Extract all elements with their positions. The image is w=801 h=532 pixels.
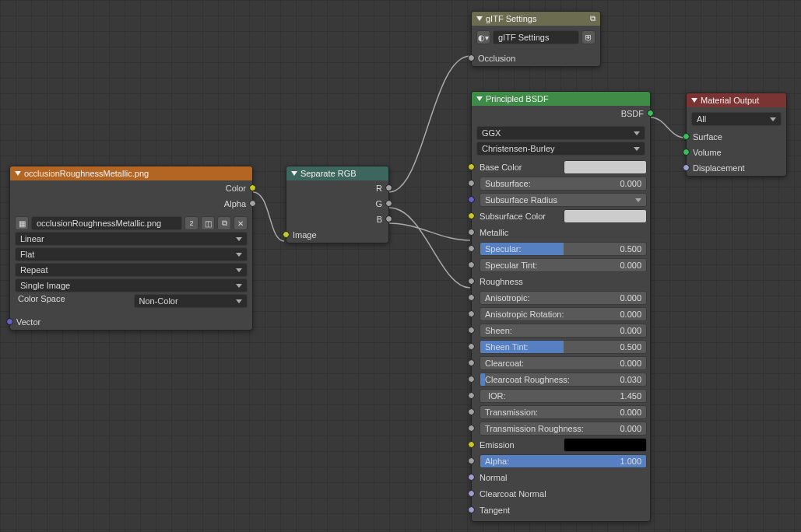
input-ior[interactable]: IOR:1.450 xyxy=(472,388,650,404)
emission-color-swatch[interactable] xyxy=(564,438,648,452)
node-header[interactable]: gITF Settings ⧉ xyxy=(472,12,600,26)
color-space-dropdown[interactable]: Non-Color xyxy=(134,294,248,308)
input-subsurface-color[interactable]: Subsurface Color xyxy=(472,208,650,224)
target-dropdown[interactable]: All xyxy=(691,112,782,126)
node-header[interactable]: Material Output xyxy=(687,93,786,107)
subsurface-color-swatch[interactable] xyxy=(564,209,648,223)
node-header[interactable]: Separate RGB xyxy=(286,166,388,180)
socket-icon[interactable] xyxy=(468,245,475,252)
node-material-output[interactable]: Material Output All Surface Volume Displ… xyxy=(686,93,787,177)
socket-icon[interactable] xyxy=(468,196,475,203)
ior-field[interactable]: IOR:1.450 xyxy=(480,389,647,403)
node-separate-rgb[interactable]: Separate RGB R G B Image xyxy=(286,166,389,243)
input-volume[interactable]: Volume xyxy=(687,145,786,160)
socket-icon[interactable] xyxy=(647,110,654,117)
unlink-icon[interactable]: ✕ xyxy=(234,216,248,230)
subsurface-radius-dropdown[interactable]: Subsurface Radius xyxy=(480,193,647,207)
socket-icon[interactable] xyxy=(468,163,475,170)
socket-icon[interactable] xyxy=(468,261,475,268)
image-browse-icon[interactable]: ▦ xyxy=(15,216,29,230)
socket-icon[interactable] xyxy=(468,474,475,481)
output-r[interactable]: R xyxy=(286,180,388,196)
input-transmission-roughness[interactable]: Transmission Roughness:0.000 xyxy=(472,421,650,436)
input-base-color[interactable]: Base Color xyxy=(472,159,650,175)
socket-icon[interactable] xyxy=(468,327,475,334)
input-sheen-tint[interactable]: Sheen Tint:0.500 xyxy=(472,339,650,355)
socket-icon[interactable] xyxy=(468,441,475,448)
anisotropic-rotation-slider[interactable]: Anisotropic Rotation:0.000 xyxy=(480,307,647,321)
fake-user-icon[interactable]: ◫ xyxy=(201,216,215,230)
specular-slider[interactable]: Specular:0.500 xyxy=(480,242,647,256)
socket-icon[interactable] xyxy=(468,343,475,350)
socket-icon[interactable] xyxy=(385,215,392,222)
input-sheen[interactable]: Sheen:0.000 xyxy=(472,323,650,338)
input-displacement[interactable]: Displacement xyxy=(687,160,786,176)
node-header[interactable]: Principled BSDF xyxy=(472,92,650,106)
socket-icon[interactable] xyxy=(468,212,475,219)
input-clearcoat-normal[interactable]: Clearcoat Normal xyxy=(472,486,650,502)
socket-icon[interactable] xyxy=(468,392,475,399)
input-alpha[interactable]: Alpha:1.000 xyxy=(472,453,650,469)
socket-icon[interactable] xyxy=(468,506,475,513)
socket-icon[interactable] xyxy=(468,490,475,497)
input-specular[interactable]: Specular:0.500 xyxy=(472,241,650,257)
image-name-field[interactable]: occlusionRoughnessMetallic.png xyxy=(31,216,182,230)
socket-icon[interactable] xyxy=(468,408,475,415)
input-transmission[interactable]: Transmission:0.000 xyxy=(472,404,650,420)
node-header[interactable]: occlusionRoughnessMetallic.png xyxy=(10,166,252,180)
sheen-tint-slider[interactable]: Sheen Tint:0.500 xyxy=(480,340,647,354)
socket-icon[interactable] xyxy=(683,133,690,140)
socket-icon[interactable] xyxy=(249,184,256,191)
socket-icon[interactable] xyxy=(468,180,475,187)
input-surface[interactable]: Surface xyxy=(687,129,786,145)
socket-icon[interactable] xyxy=(468,278,475,285)
open-image-icon[interactable]: ⧉ xyxy=(217,216,231,230)
node-image-texture[interactable]: occlusionRoughnessMetallic.png Color Alp… xyxy=(9,166,253,331)
base-color-swatch[interactable] xyxy=(564,160,648,174)
socket-icon[interactable] xyxy=(683,164,690,171)
output-b[interactable]: B xyxy=(286,212,388,227)
socket-icon[interactable] xyxy=(385,184,392,191)
socket-icon[interactable] xyxy=(683,149,690,156)
sss-method-dropdown[interactable]: Christensen-Burley xyxy=(476,142,645,156)
input-normal[interactable]: Normal xyxy=(472,470,650,485)
anisotropic-slider[interactable]: Anisotropic:0.000 xyxy=(480,291,647,305)
sheen-slider[interactable]: Sheen:0.000 xyxy=(480,324,647,338)
output-bsdf[interactable]: BSDF xyxy=(472,106,650,121)
transmission-roughness-slider[interactable]: Transmission Roughness:0.000 xyxy=(480,422,647,436)
input-occlusion[interactable]: Occlusion xyxy=(472,51,600,66)
input-clearcoat[interactable]: Clearcoat:0.000 xyxy=(472,355,650,371)
input-roughness[interactable]: Roughness xyxy=(472,274,650,289)
group-name-field[interactable]: gITF Settings xyxy=(493,30,579,44)
input-specular-tint[interactable]: Specular Tint:0.000 xyxy=(472,257,650,273)
specular-tint-slider[interactable]: Specular Tint:0.000 xyxy=(480,258,647,272)
distribution-dropdown[interactable]: GGX xyxy=(476,126,645,140)
projection-dropdown[interactable]: Flat xyxy=(15,247,248,261)
input-clearcoat-roughness[interactable]: Clearcoat Roughness:0.030 xyxy=(472,372,650,387)
node-gltf-settings[interactable]: gITF Settings ⧉ ◐▾ gITF Settings ⛨ Occlu… xyxy=(471,11,601,67)
socket-icon[interactable] xyxy=(385,200,392,207)
output-g[interactable]: G xyxy=(286,196,388,212)
socket-icon[interactable] xyxy=(249,200,256,207)
socket-icon[interactable] xyxy=(468,54,475,61)
transmission-slider[interactable]: Transmission:0.000 xyxy=(480,405,647,419)
input-tangent[interactable]: Tangent xyxy=(472,502,650,518)
input-vector[interactable]: Vector xyxy=(10,314,252,330)
input-anisotropic[interactable]: Anisotropic:0.000 xyxy=(472,290,650,306)
socket-icon[interactable] xyxy=(6,318,13,325)
socket-icon[interactable] xyxy=(468,457,475,464)
input-image[interactable]: Image xyxy=(286,227,388,243)
group-browse-icon[interactable]: ◐▾ xyxy=(476,30,490,44)
output-alpha[interactable]: Alpha xyxy=(10,196,252,212)
socket-icon[interactable] xyxy=(468,359,475,366)
input-anisotropic-rotation[interactable]: Anisotropic Rotation:0.000 xyxy=(472,306,650,322)
output-color[interactable]: Color xyxy=(10,180,252,196)
socket-icon[interactable] xyxy=(468,425,475,432)
input-subsurface-radius[interactable]: Subsurface Radius xyxy=(472,192,650,208)
input-subsurface[interactable]: Subsurface:0.000 xyxy=(472,176,650,191)
group-edit-icon[interactable]: ⧉ xyxy=(590,14,595,23)
socket-icon[interactable] xyxy=(468,229,475,236)
input-metallic[interactable]: Metallic xyxy=(472,225,650,240)
alpha-slider[interactable]: Alpha:1.000 xyxy=(480,454,647,468)
extension-dropdown[interactable]: Repeat xyxy=(15,263,248,277)
